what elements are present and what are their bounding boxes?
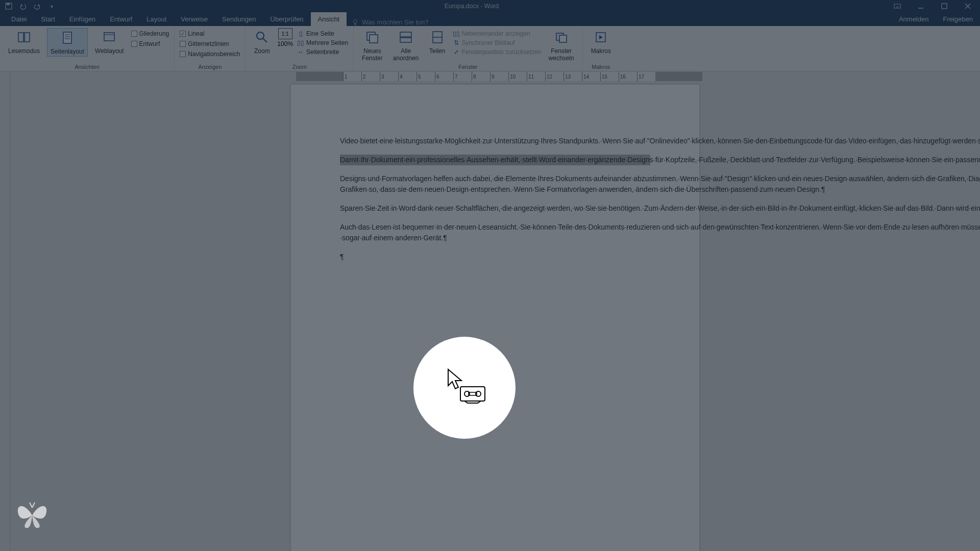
teilen-button[interactable]: Teilen <box>426 28 449 56</box>
svg-rect-4 <box>942 4 947 9</box>
vertical-ruler <box>0 71 10 551</box>
neues-fenster-button[interactable]: Neues Fenster <box>359 28 386 63</box>
seitenlayout-label: Seitenlayout <box>51 48 84 55</box>
paragraph[interactable]: ¶ <box>340 252 650 262</box>
svg-line-16 <box>263 38 267 42</box>
maximize-icon[interactable] <box>935 0 953 12</box>
svg-line-38 <box>32 503 35 508</box>
svg-rect-8 <box>355 23 356 25</box>
qat-customize-icon[interactable]: ▾ <box>48 3 55 10</box>
tell-me-input[interactable]: Was möchten Sie tun? <box>362 18 428 26</box>
neues-fenster-label: Neues Fenster <box>362 47 383 62</box>
ruler-tick: 15 <box>600 72 619 81</box>
group-zoom: Zoom 1:1 100% ▯Eine Seite ▯▯Mehrere Seit… <box>246 26 354 71</box>
tab-ueberpruefen[interactable]: Überprüfen <box>263 12 311 26</box>
freigeben-button[interactable]: Freigeben <box>936 12 980 26</box>
navigation-check[interactable]: Navigationsbereich <box>180 51 240 58</box>
one-page-icon: ▯ <box>297 30 304 37</box>
group-anzeigen-label: Anzeigen <box>180 63 240 70</box>
fensterposition-button: ⤢Fensterposition zurücksetzen <box>453 48 542 56</box>
ruler-tick: 1 <box>343 72 361 81</box>
ruler-tick: 4 <box>398 72 416 81</box>
butterfly-watermark-icon <box>14 500 50 533</box>
mehrere-seiten-button[interactable]: ▯▯Mehrere Seiten <box>297 39 348 46</box>
group-makros: Makros Makros <box>583 26 619 71</box>
horizontal-ruler: 1234567891011121314151617 <box>296 71 704 82</box>
close-icon[interactable] <box>959 0 977 12</box>
redo-icon[interactable] <box>34 3 41 10</box>
ribbon: Lesemodus Seitenlayout Weblayout Glieder… <box>0 26 980 71</box>
ruler-tick: 13 <box>564 72 582 81</box>
paragraph[interactable]: Auch·das·Lesen·ist·bequemer·in·der·neuen… <box>340 222 650 243</box>
seitenlayout-button[interactable]: Seitenlayout <box>47 28 88 57</box>
nebeneinander-button: ▯▯Nebeneinander anzeigen <box>453 30 542 37</box>
ruler-tick: 6 <box>435 72 453 81</box>
tab-sendungen[interactable]: Sendungen <box>215 12 263 26</box>
paragraph[interactable]: Sparen·Sie·Zeit·in·Word·dank·neuer·Schal… <box>340 203 650 214</box>
svg-rect-9 <box>63 32 71 43</box>
group-makros-label: Makros <box>588 63 614 70</box>
tab-start[interactable]: Start <box>34 12 62 26</box>
lightbulb-icon <box>352 19 359 26</box>
svg-marker-26 <box>599 35 603 39</box>
group-ansichten: Lesemodus Seitenlayout Weblayout Glieder… <box>0 26 175 71</box>
split-icon <box>429 29 446 45</box>
weblayout-label: Weblayout <box>95 47 124 55</box>
undo-icon[interactable] <box>19 3 27 10</box>
ruler-tick: 10 <box>508 72 527 81</box>
ruler-tick: 11 <box>527 72 545 81</box>
svg-rect-1 <box>7 3 10 5</box>
zoom-100-button[interactable]: 1:1 100% <box>277 28 293 47</box>
svg-rect-24 <box>559 35 567 42</box>
group-fenster: Neues Fenster Alle anordnen Teilen ▯▯Neb… <box>354 26 583 71</box>
group-anzeigen: ✓Lineal Gitternetzlinien Navigationsbere… <box>175 26 246 71</box>
multi-page-icon: ▯▯ <box>297 39 304 46</box>
zoom-button[interactable]: Zoom <box>251 28 273 56</box>
gliederung-check[interactable]: Gliederung <box>131 30 169 37</box>
minimize-icon[interactable] <box>912 0 930 12</box>
ruler-tick: 7 <box>453 72 472 81</box>
weblayout-button[interactable]: Weblayout <box>92 28 127 56</box>
tab-ansicht[interactable]: Ansicht <box>311 12 347 26</box>
arrange-all-icon <box>398 29 414 45</box>
svg-rect-13 <box>104 33 114 41</box>
svg-point-15 <box>257 32 264 39</box>
web-layout-icon <box>101 29 117 45</box>
entwurf-check[interactable]: Entwurf <box>131 40 169 47</box>
document-page[interactable]: Video·bietet·eine·leistungsstarke·Möglic… <box>291 85 699 551</box>
alle-anordnen-button[interactable]: Alle anordnen <box>390 28 422 63</box>
side-by-side-icon: ▯▯ <box>453 30 460 37</box>
tab-layout[interactable]: Layout <box>139 12 174 26</box>
svg-rect-18 <box>370 35 378 43</box>
alle-anordnen-label: Alle anordnen <box>393 47 419 62</box>
svg-point-7 <box>354 19 357 23</box>
ruler-tick: 16 <box>619 72 637 81</box>
save-icon[interactable] <box>5 3 12 10</box>
magnifier-icon <box>254 29 270 45</box>
ribbon-display-icon[interactable] <box>888 0 906 12</box>
paragraph[interactable]: Video·bietet·eine·leistungsstarke·Möglic… <box>340 136 650 146</box>
gitternetzlinien-check[interactable]: Gitternetzlinien <box>180 40 240 47</box>
fenster-wechseln-button[interactable]: Fenster wechseln <box>546 28 577 63</box>
lineal-check[interactable]: ✓Lineal <box>180 30 240 37</box>
ruler-tick: 2 <box>361 72 380 81</box>
ruler-tick: 8 <box>472 72 490 81</box>
zoom-100-icon: 1:1 <box>278 28 292 39</box>
eine-seite-button[interactable]: ▯Eine Seite <box>297 30 348 37</box>
makros-button[interactable]: Makros <box>588 28 614 56</box>
anmelden-link[interactable]: Anmelden <box>892 12 936 26</box>
paragraph[interactable]: Designs·und·Formatvorlagen·helfen·auch·d… <box>340 173 650 195</box>
seitenbreite-button[interactable]: ↔Seitenbreite <box>297 48 348 56</box>
reading-mode-icon <box>16 29 32 45</box>
svg-rect-20 <box>400 38 411 42</box>
tab-einfuegen[interactable]: Einfügen <box>62 12 103 26</box>
paragraph-selected[interactable]: Damit·Ihr·Dokument·ein·professionelles·A… <box>340 155 650 165</box>
group-zoom-label: Zoom <box>251 63 348 70</box>
tab-datei[interactable]: Datei <box>4 12 34 26</box>
makros-label: Makros <box>591 47 611 55</box>
svg-rect-19 <box>400 32 411 37</box>
lesemodus-button[interactable]: Lesemodus <box>5 28 43 56</box>
tab-entwurf[interactable]: Entwurf <box>103 12 139 26</box>
work-area: 1234567891011121314151617 Video·bietet·e… <box>0 71 980 551</box>
tab-verweise[interactable]: Verweise <box>174 12 215 26</box>
